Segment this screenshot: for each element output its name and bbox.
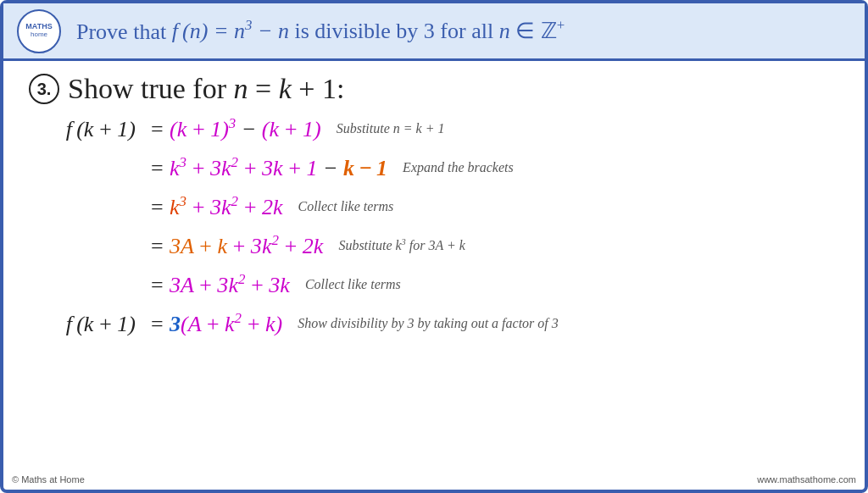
rhs-2: k3 + 3k2 + 3k + 1 − k − 1 Expand the bra…: [170, 154, 839, 181]
footer-right: www.mathsathome.com: [757, 474, 856, 485]
rhs-6: 3 (A + k2 + k) Show divisibility by 3 by…: [170, 310, 839, 337]
rhs-5: 3A + 3k2 + 3k Collect like terms: [170, 271, 839, 298]
annotation-1: Substitute n = k + 1: [337, 121, 445, 136]
math-row-3: = k3 + 3k2 + 2k Collect like terms: [37, 193, 839, 229]
math-row-2: = k3 + 3k2 + 3k + 1 − k − 1 Expand the b…: [37, 154, 839, 190]
logo: MATHS home: [17, 9, 61, 53]
content-area: 3. Show true for n = k + 1: f (k + 1) = …: [3, 61, 865, 356]
footer-left: © Maths at Home: [12, 474, 85, 485]
rhs-1: (k + 1)3 − (k + 1) Substitute n = k + 1: [170, 115, 839, 142]
eq-1: =: [139, 117, 170, 142]
rhs-3: k3 + 3k2 + 2k Collect like terms: [170, 193, 839, 220]
math-row-6: f (k + 1) = 3 (A + k2 + k) Show divisibi…: [37, 310, 839, 346]
annotation-6: Show divisibility by 3 by taking out a f…: [298, 316, 559, 331]
header: MATHS home Prove that f (n) = n3 − n is …: [3, 3, 865, 61]
header-title: Prove that f (n) = n3 − n is divisible b…: [76, 18, 565, 45]
annotation-2: Expand the brackets: [403, 160, 514, 175]
annotation-3: Collect like terms: [298, 199, 393, 214]
math-row-5: = 3A + 3k2 + 3k Collect like terms: [37, 271, 839, 307]
logo-text-home: home: [31, 31, 47, 39]
lhs-6: f (k + 1): [37, 312, 139, 337]
step-label: Show true for n = k + 1:: [68, 73, 344, 105]
step-heading: 3. Show true for n = k + 1:: [29, 73, 839, 105]
step-circle: 3.: [29, 74, 59, 104]
eq-3: =: [139, 195, 170, 220]
eq-6: =: [139, 312, 170, 337]
eq-2: =: [139, 156, 170, 181]
footer: © Maths at Home www.mathsathome.com: [12, 474, 856, 485]
eq-5: =: [139, 273, 170, 298]
annotation-5: Collect like terms: [305, 277, 401, 292]
eq-4: =: [139, 234, 170, 259]
rhs-4: 3A + k + 3k2 + 2k Substitute k3 for 3A +…: [170, 232, 839, 259]
lhs-1: f (k + 1): [37, 117, 139, 142]
math-row-4: = 3A + k + 3k2 + 2k Substitute k3 for 3A…: [37, 232, 839, 268]
math-row-1: f (k + 1) = (k + 1)3 − (k + 1) Substitut…: [37, 115, 839, 151]
main-container: MATHS home Prove that f (n) = n3 − n is …: [0, 0, 868, 493]
math-section: f (k + 1) = (k + 1)3 − (k + 1) Substitut…: [29, 115, 839, 346]
annotation-4: Substitute k3 for 3A + k: [338, 237, 465, 253]
